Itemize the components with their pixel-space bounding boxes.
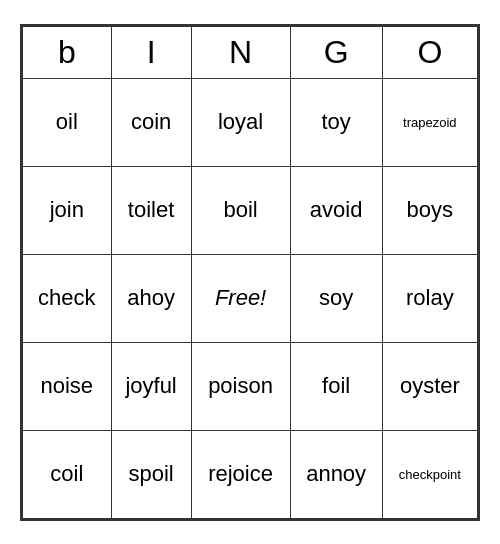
header-col-G: G — [290, 26, 382, 78]
cell-text-0-1: coin — [131, 109, 171, 134]
cell-text-4-3: annoy — [306, 461, 366, 486]
header-col-I: I — [111, 26, 191, 78]
cell-text-1-3: avoid — [310, 197, 363, 222]
cell-text-1-1: toilet — [128, 197, 174, 222]
cell-text-1-0: join — [50, 197, 84, 222]
bingo-cell-0-1: coin — [111, 78, 191, 166]
bingo-card: bINGO oilcoinloyaltoytrapezoidjointoilet… — [20, 24, 480, 521]
bingo-cell-1-4: boys — [382, 166, 477, 254]
bingo-cell-1-2: boil — [191, 166, 290, 254]
cell-text-2-3: soy — [319, 285, 353, 310]
cell-text-0-3: toy — [321, 109, 350, 134]
bingo-row-4: coilspoilrejoiceannoycheckpoint — [23, 430, 478, 518]
bingo-cell-1-3: avoid — [290, 166, 382, 254]
bingo-header-row: bINGO — [23, 26, 478, 78]
bingo-cell-2-0: check — [23, 254, 112, 342]
header-col-O: O — [382, 26, 477, 78]
cell-text-2-1: ahoy — [127, 285, 175, 310]
cell-text-1-4: boys — [407, 197, 453, 222]
bingo-cell-3-1: joyful — [111, 342, 191, 430]
bingo-cell-0-3: toy — [290, 78, 382, 166]
cell-text-2-2: Free! — [215, 285, 266, 310]
header-col-N: N — [191, 26, 290, 78]
bingo-row-1: jointoiletboilavoidboys — [23, 166, 478, 254]
cell-text-4-4: checkpoint — [399, 467, 461, 482]
bingo-row-0: oilcoinloyaltoytrapezoid — [23, 78, 478, 166]
cell-text-4-2: rejoice — [208, 461, 273, 486]
cell-text-4-0: coil — [50, 461, 83, 486]
header-col-b: b — [23, 26, 112, 78]
bingo-cell-2-2: Free! — [191, 254, 290, 342]
cell-text-0-2: loyal — [218, 109, 263, 134]
cell-text-0-0: oil — [56, 109, 78, 134]
bingo-cell-3-2: poison — [191, 342, 290, 430]
cell-text-3-0: noise — [41, 373, 94, 398]
cell-text-3-3: foil — [322, 373, 350, 398]
bingo-cell-4-2: rejoice — [191, 430, 290, 518]
cell-text-3-4: oyster — [400, 373, 460, 398]
bingo-cell-1-0: join — [23, 166, 112, 254]
cell-text-4-1: spoil — [128, 461, 173, 486]
bingo-cell-1-1: toilet — [111, 166, 191, 254]
bingo-cell-3-0: noise — [23, 342, 112, 430]
bingo-row-3: noisejoyfulpoisonfoiloyster — [23, 342, 478, 430]
cell-text-2-4: rolay — [406, 285, 454, 310]
cell-text-3-1: joyful — [125, 373, 176, 398]
bingo-cell-2-4: rolay — [382, 254, 477, 342]
cell-text-2-0: check — [38, 285, 95, 310]
bingo-cell-4-0: coil — [23, 430, 112, 518]
bingo-cell-0-0: oil — [23, 78, 112, 166]
cell-text-1-2: boil — [223, 197, 257, 222]
cell-text-3-2: poison — [208, 373, 273, 398]
bingo-cell-3-3: foil — [290, 342, 382, 430]
cell-text-0-4: trapezoid — [403, 115, 456, 130]
bingo-cell-2-3: soy — [290, 254, 382, 342]
bingo-cell-4-1: spoil — [111, 430, 191, 518]
bingo-cell-3-4: oyster — [382, 342, 477, 430]
bingo-row-2: checkahoyFree!soyrolay — [23, 254, 478, 342]
bingo-cell-4-4: checkpoint — [382, 430, 477, 518]
bingo-cell-2-1: ahoy — [111, 254, 191, 342]
bingo-cell-4-3: annoy — [290, 430, 382, 518]
bingo-cell-0-4: trapezoid — [382, 78, 477, 166]
bingo-cell-0-2: loyal — [191, 78, 290, 166]
